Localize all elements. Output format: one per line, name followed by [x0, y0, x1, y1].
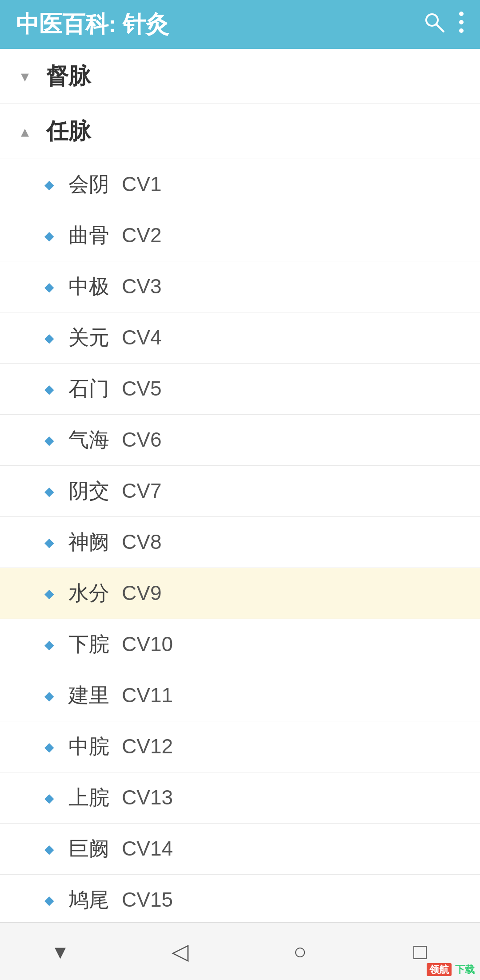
diamond-icon: ◆ [44, 433, 54, 448]
item-code: CV13 [122, 786, 173, 809]
item-name: 关元CV4 [68, 324, 161, 352]
list-item[interactable]: ◆ 神阙CV8 [0, 517, 480, 568]
item-code: CV8 [122, 530, 161, 553]
item-code: CV9 [122, 581, 161, 604]
item-name: 下脘CV10 [68, 631, 173, 658]
list-item[interactable]: ◆ 会阴CV1 [0, 159, 480, 210]
diamond-icon: ◆ [44, 484, 54, 499]
item-name: 气海CV6 [68, 426, 161, 454]
item-name: 神阙CV8 [68, 528, 161, 556]
item-name: 阴交CV7 [68, 477, 161, 505]
diamond-icon: ◆ [44, 740, 54, 754]
item-code: CV10 [122, 632, 173, 656]
app-title: 中医百科: 针灸 [16, 9, 423, 40]
list-item[interactable]: ◆ 下脘CV10 [0, 619, 480, 670]
list-item[interactable]: ◆ 气海CV6 [0, 415, 480, 466]
item-code: CV7 [122, 479, 161, 502]
section-header-ren[interactable]: ▴ 任脉 [0, 104, 480, 159]
bottom-navigation: ▾ ◁ ○ □ [0, 922, 480, 980]
svg-point-2 [459, 12, 464, 16]
list-item[interactable]: ◆ 建里CV11 [0, 670, 480, 721]
diamond-icon: ◆ [44, 586, 54, 601]
item-code: CV14 [122, 837, 173, 860]
item-name: 中极CV3 [68, 273, 161, 300]
item-name: 建里CV11 [68, 682, 173, 709]
list-item[interactable]: ◆ 巨阙CV14 [0, 824, 480, 875]
item-name: 鸠尾CV15 [68, 886, 173, 914]
item-name: 石门CV5 [68, 375, 161, 403]
nav-home-button[interactable]: ○ [278, 929, 322, 974]
list-item[interactable]: ◆ 鸠尾CV15 [0, 875, 480, 926]
diamond-icon: ◆ [44, 637, 54, 652]
item-code: CV12 [122, 735, 173, 758]
nav-down-button[interactable]: ▾ [38, 929, 82, 974]
item-name: 会阴CV1 [68, 171, 161, 198]
item-code: CV2 [122, 224, 161, 247]
list-item[interactable]: ◆ 石门CV5 [0, 364, 480, 415]
diamond-icon: ◆ [44, 688, 54, 703]
section-header-du[interactable]: ▾ 督脉 [0, 49, 480, 104]
search-icon[interactable] [423, 11, 445, 38]
item-name: 中脘CV12 [68, 733, 173, 760]
item-code: CV1 [122, 172, 161, 196]
list-item[interactable]: ◆ 上脘CV13 [0, 772, 480, 824]
main-list: ▾ 督脉 ▴ 任脉 ◆ 会阴CV1 ◆ 曲骨CV2 ◆ 中极CV3 ◆ 关元CV… [0, 49, 480, 980]
list-item[interactable]: ◆ 阴交CV7 [0, 466, 480, 517]
item-code: CV6 [122, 428, 161, 451]
item-code: CV11 [122, 684, 173, 707]
header-actions [423, 11, 464, 38]
svg-point-3 [459, 20, 464, 24]
diamond-icon: ◆ [44, 177, 54, 192]
diamond-icon: ◆ [44, 280, 54, 294]
item-code: CV3 [122, 275, 161, 298]
section-label-ren: 任脉 [46, 116, 91, 146]
item-code: CV5 [122, 377, 161, 400]
diamond-icon: ◆ [44, 791, 54, 805]
item-code: CV4 [122, 326, 161, 349]
diamond-icon: ◆ [44, 842, 54, 856]
list-item[interactable]: ◆ 中脘CV12 [0, 721, 480, 772]
watermark: 领航 下载 [427, 962, 475, 976]
app-header: 中医百科: 针灸 [0, 0, 480, 49]
diamond-icon: ◆ [44, 893, 54, 908]
svg-line-1 [436, 24, 444, 32]
list-item[interactable]: ◆ 关元CV4 [0, 312, 480, 364]
diamond-icon: ◆ [44, 535, 54, 550]
chevron-up-icon: ▴ [16, 122, 34, 141]
nav-back-button[interactable]: ◁ [158, 929, 202, 974]
diamond-icon: ◆ [44, 331, 54, 345]
svg-point-4 [459, 28, 464, 33]
item-name: 上脘CV13 [68, 784, 173, 812]
chevron-down-icon: ▾ [16, 67, 34, 86]
list-item[interactable]: ◆ 曲骨CV2 [0, 210, 480, 261]
more-options-icon[interactable] [459, 11, 464, 38]
list-item[interactable]: ◆ 水分CV9 [0, 568, 480, 619]
section-label-du: 督脉 [46, 61, 91, 91]
item-code: CV15 [122, 888, 173, 911]
diamond-icon: ◆ [44, 382, 54, 396]
item-name: 水分CV9 [68, 580, 161, 607]
list-item[interactable]: ◆ 中极CV3 [0, 261, 480, 312]
item-name: 曲骨CV2 [68, 222, 161, 249]
item-name: 巨阙CV14 [68, 835, 173, 863]
ren-items-list: ◆ 会阴CV1 ◆ 曲骨CV2 ◆ 中极CV3 ◆ 关元CV4 ◆ 石门CV5 … [0, 159, 480, 980]
diamond-icon: ◆ [44, 228, 54, 243]
